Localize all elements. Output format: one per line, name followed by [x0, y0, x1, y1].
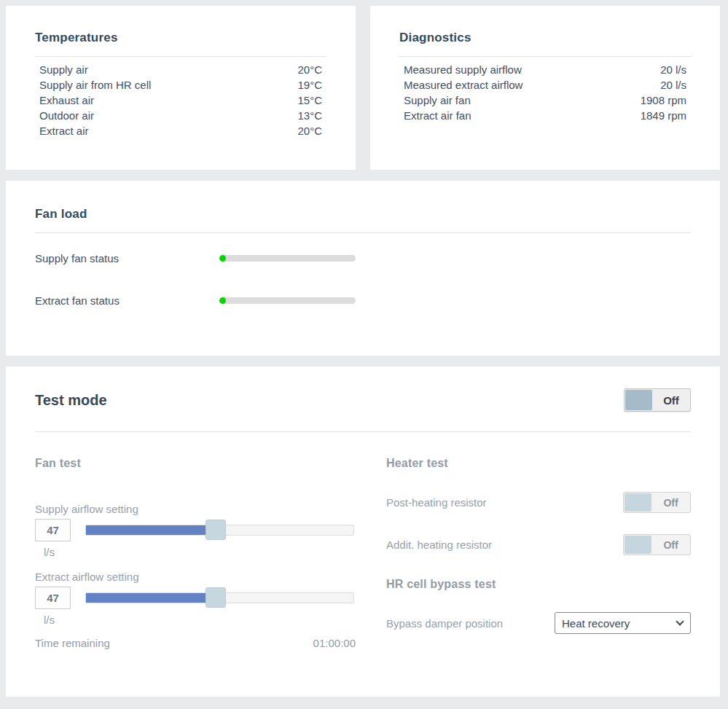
supply-airflow-unit: l/s [44, 547, 356, 558]
toggle-knob [625, 536, 651, 554]
extract-fan-status-row: Extract fan status [35, 291, 691, 309]
supply-fan-status-row: Supply fan status [35, 249, 691, 267]
fan-load-card: Fan load Supply fan status Extract fan s… [6, 181, 720, 356]
divider [35, 232, 691, 233]
temperatures-table: Supply air 20°C Supply air from HR cell … [35, 62, 326, 138]
heater-test-column: Heater test Post-heating resistor Off Ad… [386, 432, 691, 650]
hr-bypass-test-title: HR cell bypass test [386, 578, 691, 591]
row-label: Extract air fan [404, 108, 471, 123]
row-value: 19°C [297, 77, 322, 93]
supply-fan-status-label: Supply fan status [35, 252, 219, 265]
fan-test-title: Fan test [35, 457, 356, 470]
supply-airflow-setting-label: Supply airflow setting [35, 502, 356, 516]
bypass-damper-select[interactable]: Heat recovery [555, 612, 691, 634]
extract-fan-status-label: Extract fan status [35, 294, 219, 307]
table-row: Outdoor air 13°C [35, 108, 326, 123]
test-mode-toggle[interactable]: Off [624, 388, 691, 412]
row-label: Supply air from HR cell [39, 77, 151, 93]
divider [399, 56, 691, 57]
table-row: Extract air 20°C [35, 123, 326, 138]
row-value: 20 l/s [660, 62, 686, 77]
extract-airflow-setting-label: Extract airflow setting [35, 570, 356, 584]
row-value: 13°C [297, 108, 322, 123]
table-row: Measured supply airflow 20 l/s [399, 62, 691, 77]
bypass-damper-label: Bypass damper position [386, 617, 503, 630]
row-label: Measured extract airflow [404, 77, 522, 93]
toggle-knob [625, 493, 651, 512]
addit-heating-label: Addit. heating resistor [386, 538, 492, 551]
extract-airflow-unit: l/s [44, 614, 356, 626]
supply-airflow-slider[interactable] [85, 525, 354, 536]
test-mode-header: Test mode Off [35, 367, 691, 412]
post-heating-label: Post-heating resistor [386, 496, 487, 509]
addit-heating-row: Addit. heating resistor Off [386, 534, 691, 555]
row-value: 20 l/s [660, 77, 686, 93]
temperatures-card: Temperatures Supply air 20°C Supply air … [6, 6, 356, 170]
row-value: 20°C [297, 123, 322, 138]
row-value: 20°C [297, 62, 322, 77]
extract-airflow-value-box[interactable]: 47 [35, 587, 71, 609]
slider-thumb[interactable] [206, 587, 226, 608]
toggle-knob [625, 390, 652, 410]
post-heating-row: Post-heating resistor Off [386, 492, 691, 513]
top-row: Temperatures Supply air 20°C Supply air … [0, 0, 728, 170]
supply-fan-load-fill [219, 255, 226, 262]
row-label: Outdoor air [39, 108, 94, 123]
diagnostics-table: Measured supply airflow 20 l/s Measured … [399, 62, 691, 123]
table-row: Exhaust air 15°C [35, 93, 326, 108]
toggle-state-label: Off [652, 389, 690, 411]
diagnostics-card: Diagnostics Measured supply airflow 20 l… [370, 6, 720, 170]
ventilation-dashboard: Temperatures Supply air 20°C Supply air … [0, 0, 728, 709]
table-row: Measured extract airflow 20 l/s [399, 77, 691, 93]
supply-airflow-control: 47 [35, 519, 356, 541]
test-mode-columns: Fan test Supply airflow setting 47 l/s E… [35, 432, 691, 650]
row-value: 1908 rpm [641, 93, 686, 108]
time-remaining-row: Time remaining 01:00:00 [35, 636, 356, 650]
row-label: Measured supply airflow [404, 62, 522, 77]
extract-fan-load-fill [219, 297, 226, 304]
table-row: Extract air fan 1849 rpm [399, 108, 691, 123]
time-remaining-value: 01:00:00 [313, 636, 356, 650]
table-row: Supply air fan 1908 rpm [399, 93, 691, 108]
row-label: Supply air [39, 62, 88, 77]
heater-test-title: Heater test [386, 457, 691, 470]
slider-fill [86, 525, 206, 535]
diagnostics-title: Diagnostics [399, 31, 691, 45]
extract-airflow-slider[interactable] [85, 592, 354, 603]
slider-fill [86, 593, 206, 603]
test-mode-title: Test mode [35, 392, 107, 409]
toggle-state-label: Off [651, 493, 690, 512]
test-mode-card: Test mode Off Fan test Supply airflow se… [6, 367, 720, 697]
addit-heating-toggle[interactable]: Off [623, 534, 691, 555]
time-remaining-label: Time remaining [35, 636, 110, 650]
table-row: Supply air from HR cell 19°C [35, 77, 326, 93]
row-label: Supply air fan [404, 93, 471, 108]
toggle-state-label: Off [651, 535, 690, 555]
row-value: 15°C [297, 93, 322, 108]
extract-fan-load-bar [219, 297, 356, 304]
table-row: Supply air 20°C [35, 62, 326, 77]
row-value: 1849 rpm [641, 108, 686, 123]
supply-fan-load-bar [219, 255, 356, 262]
bypass-damper-select-wrap: Heat recovery [555, 612, 691, 634]
divider [35, 56, 326, 57]
fan-load-title: Fan load [35, 207, 691, 222]
slider-thumb[interactable] [206, 520, 226, 540]
fan-test-column: Fan test Supply airflow setting 47 l/s E… [35, 432, 356, 650]
post-heating-toggle[interactable]: Off [623, 492, 691, 513]
temperatures-title: Temperatures [35, 31, 326, 45]
row-label: Exhaust air [39, 93, 94, 108]
row-label: Extract air [39, 123, 89, 138]
extract-airflow-control: 47 [35, 587, 356, 609]
supply-airflow-value-box[interactable]: 47 [35, 519, 71, 541]
bypass-damper-row: Bypass damper position Heat recovery [386, 612, 691, 634]
